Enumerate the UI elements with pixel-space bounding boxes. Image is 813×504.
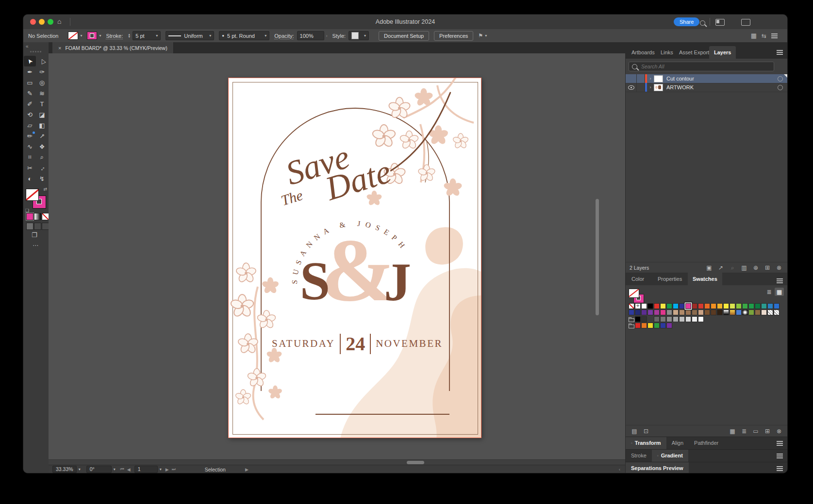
color-swatch[interactable] bbox=[755, 309, 761, 315]
show-swatch-kinds-icon[interactable]: ▦ bbox=[727, 428, 738, 435]
layers-panel-menu-icon[interactable] bbox=[777, 50, 783, 51]
color-swatch[interactable] bbox=[673, 303, 679, 309]
horizontal-scrollbar-thumb[interactable] bbox=[407, 461, 424, 464]
color-swatch[interactable] bbox=[647, 303, 653, 309]
color-swatch[interactable] bbox=[704, 309, 710, 315]
workspace-flag-icon[interactable]: ⚑ bbox=[478, 33, 483, 39]
none-swatch[interactable] bbox=[629, 303, 634, 309]
scissors-tool-icon[interactable]: ✂ bbox=[24, 163, 36, 173]
panel-tab-stroke[interactable]: Stroke bbox=[626, 450, 652, 462]
color-swatch[interactable] bbox=[647, 309, 653, 315]
default-fill-stroke-icon[interactable]: ❏ bbox=[25, 208, 29, 213]
panel-tab-gradient[interactable]: ▫Gradient bbox=[652, 450, 688, 462]
visibility-toggle[interactable] bbox=[626, 83, 637, 92]
fill-indicator[interactable] bbox=[26, 189, 39, 201]
vertical-scrollbar[interactable] bbox=[596, 199, 599, 315]
tools-drag-handle[interactable] bbox=[30, 51, 42, 52]
color-swatch[interactable] bbox=[698, 316, 704, 322]
variable-width-profile-field[interactable]: Uniform▾ bbox=[166, 31, 214, 40]
layer-row-cut-contour[interactable]: › Cut contour bbox=[626, 74, 787, 83]
type-tool-icon[interactable]: T bbox=[36, 98, 48, 109]
close-tab-icon[interactable]: × bbox=[58, 45, 61, 51]
layer-name[interactable]: Cut contour bbox=[666, 76, 694, 81]
color-swatch[interactable] bbox=[692, 309, 697, 315]
color-swatch[interactable] bbox=[666, 303, 672, 309]
layer-target-icon[interactable] bbox=[778, 76, 783, 81]
collapse-tools-icon[interactable]: « bbox=[26, 44, 29, 49]
screen-mode-icon[interactable]: ❐ bbox=[32, 231, 37, 239]
panel-tab-separations-preview[interactable]: Separations Preview bbox=[626, 462, 689, 473]
color-swatch[interactable] bbox=[660, 316, 666, 322]
radial-gradient-swatch[interactable] bbox=[742, 309, 748, 315]
tab-artboards[interactable]: Artboards bbox=[627, 46, 660, 59]
make-clipping-mask-icon[interactable]: ▥ bbox=[738, 264, 750, 271]
graphic-style-field[interactable]: ▾ bbox=[348, 31, 369, 40]
gradient-swatch[interactable] bbox=[723, 309, 729, 315]
stroke-weight-stepper[interactable]: ▲▼ bbox=[128, 33, 131, 38]
eye-icon[interactable] bbox=[628, 85, 634, 90]
search-icon[interactable] bbox=[700, 19, 705, 28]
color-swatch[interactable] bbox=[767, 303, 773, 309]
color-swatch[interactable] bbox=[730, 303, 735, 309]
color-swatch[interactable] bbox=[698, 303, 704, 309]
layer-target-icon[interactable] bbox=[778, 85, 783, 90]
layer-thumbnail[interactable] bbox=[654, 84, 663, 91]
delete-layer-icon[interactable]: ⊗ bbox=[773, 264, 785, 271]
color-swatch[interactable] bbox=[711, 303, 716, 309]
artboard[interactable]: Save The Date SUSANNA & JOSEPH & S J SAT… bbox=[228, 78, 481, 438]
color-swatch[interactable] bbox=[742, 303, 748, 309]
color-swatch[interactable] bbox=[748, 303, 754, 309]
color-swatch[interactable] bbox=[679, 316, 685, 322]
crop-tool-icon[interactable]: ⌗ bbox=[24, 152, 36, 163]
color-swatch[interactable] bbox=[654, 316, 660, 322]
tab-asset-export[interactable]: Asset Export bbox=[674, 46, 714, 59]
layer-thumbnail[interactable] bbox=[654, 75, 663, 82]
color-swatch[interactable] bbox=[660, 323, 666, 328]
panel-tab-pathfinder[interactable]: Pathfinder bbox=[689, 437, 724, 449]
list-view-icon[interactable]: ≣ bbox=[764, 288, 774, 296]
workspace-chevron-icon[interactable]: ▾ bbox=[485, 33, 487, 38]
stroke-chevron-icon[interactable]: ▾ bbox=[99, 33, 101, 38]
panel-cycle-icon[interactable]: ▫ bbox=[657, 450, 659, 462]
panel-group-menu-icon[interactable] bbox=[777, 454, 783, 455]
color-swatch[interactable] bbox=[685, 303, 691, 309]
color-swatch[interactable] bbox=[723, 303, 729, 309]
none-mode-button[interactable] bbox=[42, 213, 49, 220]
color-swatch[interactable] bbox=[685, 309, 691, 315]
stroke-label[interactable]: Stroke: bbox=[106, 33, 123, 39]
new-color-group-icon[interactable]: ▭ bbox=[750, 428, 762, 435]
draw-behind-button[interactable] bbox=[34, 223, 41, 230]
export-selection-icon[interactable]: ↗ bbox=[715, 264, 727, 271]
rectangle-tool-icon[interactable]: ▭ bbox=[24, 77, 36, 88]
draw-normal-button[interactable] bbox=[26, 223, 33, 230]
color-swatch[interactable] bbox=[673, 316, 679, 322]
status-expand-icon[interactable]: ▶ bbox=[245, 467, 249, 472]
eraser-tool-icon[interactable]: ◪ bbox=[36, 109, 48, 120]
color-swatch[interactable] bbox=[679, 303, 685, 309]
color-swatch[interactable] bbox=[666, 323, 672, 328]
color-swatch[interactable] bbox=[654, 309, 660, 315]
arrange-icon[interactable]: ⇆ bbox=[762, 33, 766, 39]
color-group-folder-icon[interactable] bbox=[629, 323, 634, 328]
blob-brush-tool-icon[interactable]: ≋ bbox=[36, 88, 48, 98]
color-swatch[interactable] bbox=[755, 303, 761, 309]
rotation-chevron-icon[interactable]: ▾ bbox=[114, 467, 116, 471]
add-swatches-icon[interactable]: ⊡ bbox=[640, 428, 652, 435]
brush-definition-field[interactable]: ● 5 pt. Round▾ bbox=[219, 31, 269, 40]
delete-swatch-icon[interactable]: ⊗ bbox=[773, 428, 785, 435]
artboard-number-field[interactable]: 1 bbox=[134, 466, 158, 473]
zoom-tool-icon[interactable]: ⌕ bbox=[36, 152, 48, 163]
expand-layer-icon[interactable]: › bbox=[647, 85, 654, 90]
color-swatch[interactable] bbox=[717, 303, 723, 309]
fill-chevron-icon[interactable]: ▾ bbox=[80, 33, 82, 38]
color-swatch[interactable] bbox=[641, 309, 647, 315]
pattern-swatch[interactable] bbox=[767, 309, 773, 315]
swatches-fill-stroke-indicator[interactable] bbox=[629, 289, 641, 301]
panel-cycle-icon[interactable]: ▫ bbox=[631, 437, 632, 449]
color-mode-button[interactable] bbox=[26, 213, 33, 220]
color-swatch[interactable] bbox=[692, 303, 697, 309]
color-swatch[interactable] bbox=[698, 309, 704, 315]
pen-tool-icon[interactable]: ✒ bbox=[24, 66, 36, 77]
last-artboard-icon[interactable]: ⏭ bbox=[172, 467, 176, 472]
paintbrush-tool-icon[interactable]: ✎ bbox=[24, 88, 36, 98]
